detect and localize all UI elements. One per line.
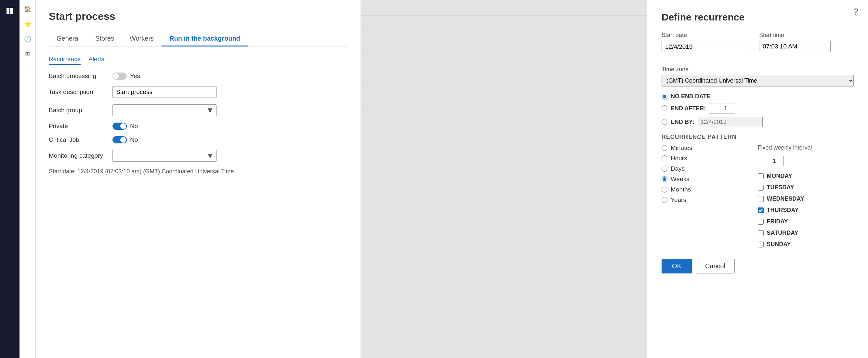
days-radio[interactable] [661,166,668,172]
start-date-input[interactable] [662,41,745,52]
timezone-label: Time zone [661,66,854,73]
tuesday-checkbox[interactable] [758,185,764,190]
sub-tab-bar: Recurrence Alerts [49,56,347,65]
weeks-radio[interactable] [661,176,668,182]
days-label: Days [671,165,685,172]
tuesday-row: TUESDAY [758,184,854,191]
sidebar-icon-list[interactable]: ≡ [21,62,34,76]
end-by-label: END BY: [671,119,694,125]
private-label: Private [49,123,107,130]
hours-radio[interactable] [661,155,668,161]
batch-processing-label: Batch processing [49,72,107,80]
minutes-label: Minutes [671,144,692,151]
sidebar-icon-clock[interactable]: 🕐 [21,32,34,46]
years-radio[interactable] [661,197,668,203]
svg-rect-3 [10,11,13,14]
tab-general[interactable]: General [49,32,88,47]
pattern-years: Years [661,197,758,204]
batch-processing-toggle[interactable]: Yes [113,72,140,80]
end-after-radio[interactable] [661,106,668,111]
fixed-weekly-input[interactable] [758,156,784,166]
recurrence-pattern-label: RECURRENCE PATTERN [661,133,854,141]
cancel-button[interactable]: Cancel [696,259,735,273]
pattern-grid: Minutes Hours Days Weeks [661,144,854,250]
sidebar-icon-home[interactable]: 🏠 [21,3,34,16]
sidebar-icon-grid[interactable]: ⊞ [21,48,34,60]
main-area: Dynamics ✏️ Edit ＋ New ⚙ ⭐ ☰ Ho... Prep.… [36,0,868,358]
timezone-field: Time zone (GMT) Coordinated Universal Ti… [661,66,854,87]
end-by-input[interactable] [698,117,763,127]
app-icon[interactable] [2,3,18,19]
thursday-label: THURSDAY [767,207,799,214]
sunday-checkbox[interactable] [758,242,764,247]
sub-tab-recurrence[interactable]: Recurrence [49,56,81,65]
end-after-row: END AFTER: [661,103,854,114]
thursday-checkbox[interactable] [758,207,764,213]
start-date-info: Start date: 12/4/2019 (07:03:10 am) (GMT… [49,168,347,175]
critical-job-toggle-track[interactable] [113,136,127,143]
sidebar: 🏠 ⭐ 🕐 ⊞ ≡ [20,0,36,358]
weeks-label: Weeks [671,176,689,183]
critical-job-toggle[interactable]: No [113,136,138,143]
task-description-input[interactable] [113,86,217,98]
private-row: Private No [49,123,347,130]
monitoring-category-select[interactable] [113,150,217,161]
calendar-icon[interactable]: 📅 [745,41,746,53]
monday-checkbox[interactable] [758,173,764,179]
tab-run-in-background[interactable]: Run in the background [162,32,248,47]
start-time-field: Start time [759,32,831,53]
start-date-input-wrap: 📅 [661,41,746,53]
recurrence-title: Define recurrence [661,12,854,23]
wednesday-checkbox[interactable] [758,196,764,202]
tab-stores[interactable]: Stores [88,32,122,47]
date-time-row: Start date 📅 Start time [661,32,854,60]
sub-tab-alerts[interactable]: Alerts [88,56,104,65]
tab-workers[interactable]: Workers [122,32,162,47]
batch-group-row: Batch group ▼ [49,105,347,116]
friday-label: FRIDAY [767,218,788,225]
toggle-thumb [113,73,119,79]
pattern-months: Months [661,186,758,193]
critical-job-row: Critical Job No [49,136,347,143]
toggle-track[interactable] [113,72,127,80]
pattern-hours: Hours [661,155,758,162]
wednesday-label: WEDNESDAY [767,196,804,202]
end-by-radio[interactable] [661,119,668,125]
private-toggle[interactable]: No [113,123,138,130]
saturday-label: SATURDAY [767,230,799,236]
nav-strip [0,0,20,358]
batch-group-select[interactable] [113,105,217,116]
wednesday-row: WEDNESDAY [758,196,854,202]
saturday-checkbox[interactable] [758,230,764,236]
svg-rect-0 [6,8,9,11]
monitoring-category-select-wrapper: ▼ [113,150,217,161]
critical-job-toggle-label: No [130,136,138,143]
no-end-date-label: NO END DATE [671,93,711,100]
timezone-select[interactable]: (GMT) Coordinated Universal Time (GMT-05… [661,75,854,87]
months-radio[interactable] [661,187,668,192]
sunday-row: SUNDAY [758,241,854,248]
monday-label: MONDAY [767,173,792,179]
friday-checkbox[interactable] [758,219,764,225]
monitoring-category-row: Monitoring category ▼ [49,150,347,161]
minutes-radio[interactable] [661,145,668,151]
start-date-label: Start date [661,32,746,39]
start-time-label: Start time [759,32,831,39]
sidebar-icon-star[interactable]: ⭐ [21,18,34,31]
recurrence-panel: Define recurrence Start date 📅 Start tim… [647,0,868,358]
private-toggle-track[interactable] [113,123,127,130]
help-icon[interactable]: ? [853,6,858,17]
end-after-input[interactable] [709,103,735,114]
ok-button[interactable]: OK [661,259,692,273]
start-time-input[interactable] [759,41,831,52]
start-date-field: Start date 📅 [661,32,746,53]
end-after-label: END AFTER: [671,105,706,112]
modal-overlay: Start process General Stores Workers Run… [36,0,868,358]
end-by-row: END BY: [661,117,854,127]
batch-processing-row: Batch processing Yes [49,72,347,80]
tab-bar: General Stores Workers Run in the backgr… [49,32,347,47]
years-label: Years [671,197,686,204]
batch-processing-toggle-label: Yes [130,72,140,80]
no-end-date-radio[interactable] [661,94,668,99]
start-process-panel: Start process General Stores Workers Run… [36,0,361,358]
